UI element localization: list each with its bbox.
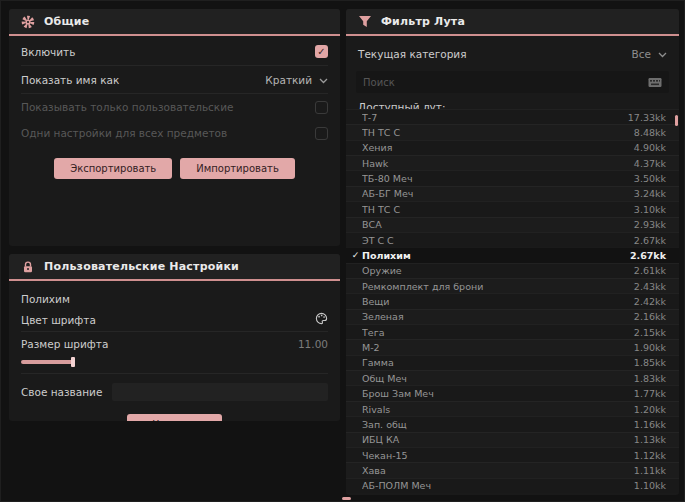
custom-name-row: Свое название bbox=[21, 380, 328, 404]
custom-name-input[interactable] bbox=[112, 383, 328, 401]
enable-checkbox[interactable]: ✓ bbox=[315, 45, 328, 58]
loot-item-value: 2.16kk bbox=[634, 311, 666, 322]
name-format-select[interactable]: Краткий bbox=[265, 74, 328, 86]
loot-item-value: 1.11kk bbox=[634, 465, 666, 476]
loot-item-name: Полихим bbox=[362, 250, 622, 261]
general-panel-header: Общие bbox=[9, 9, 340, 36]
search-input[interactable] bbox=[363, 77, 648, 88]
loot-item-value: 2.67kk bbox=[630, 250, 666, 261]
loot-item-name: Т-7 bbox=[362, 112, 620, 123]
loot-list-item[interactable]: ✓ Брош Зам Меч 1.77kk bbox=[346, 385, 679, 400]
loot-list: ✓ Т-7 17.33kk ✓ ТН ТС С 8.48kk ✓ Хения 4… bbox=[346, 109, 679, 493]
loot-list-item[interactable]: ✓ Чекан-15 1.12kk bbox=[346, 447, 679, 462]
loot-item-value: 3.24kk bbox=[634, 188, 666, 199]
loot-item-name: М-2 bbox=[362, 342, 626, 353]
loot-item-value: 2.43kk bbox=[634, 281, 666, 292]
loot-list-item[interactable]: ✓ ИБЦ КА 1.13kk bbox=[346, 432, 679, 447]
loot-item-name: Гамма bbox=[362, 357, 626, 368]
loot-item-name: ИБЦ КА bbox=[362, 434, 626, 445]
palette-icon[interactable] bbox=[315, 312, 328, 327]
loot-list-item[interactable]: ✓ Rivals 1.20kk bbox=[346, 401, 679, 416]
font-size-row: Размер шрифта 11.00 bbox=[21, 332, 328, 356]
loot-item-name: ТН ТС С bbox=[362, 204, 626, 215]
import-button[interactable]: Импортировать bbox=[180, 158, 295, 179]
loot-list-item[interactable]: ✓ Зап. общ 1.16kk bbox=[346, 416, 679, 431]
general-panel: Общие Включить ✓ Показать имя как Кратки… bbox=[9, 9, 340, 246]
slider-handle[interactable] bbox=[71, 357, 75, 367]
custom-name-label: Свое название bbox=[21, 386, 102, 398]
chevron-down-icon bbox=[319, 74, 328, 86]
font-color-label: Цвет шрифта bbox=[21, 314, 96, 326]
loot-filter-panel: Фильтр Лута Текущая категория Все Доступ… bbox=[346, 9, 679, 495]
same-settings-label: Одни настройки для всех предметов bbox=[21, 127, 227, 139]
loot-item-name: Тега bbox=[362, 327, 626, 338]
loot-item-name: ЭТ С С bbox=[362, 235, 626, 246]
loot-item-value: 3.50kk bbox=[634, 173, 666, 184]
loot-list-item[interactable]: ✓ ТН ТС С 8.48kk bbox=[346, 124, 679, 139]
same-settings-checkbox[interactable] bbox=[315, 127, 328, 140]
loot-item-name: Чекан-15 bbox=[362, 450, 626, 461]
keyboard-icon[interactable] bbox=[648, 73, 662, 92]
category-select[interactable]: Все bbox=[632, 48, 667, 60]
check-icon: ✓ bbox=[317, 47, 325, 57]
font-color-row: Цвет шрифта bbox=[21, 308, 328, 332]
loot-list-item[interactable]: ✓ Зеленая 2.16kk bbox=[346, 309, 679, 324]
loot-item-value: 4.37kk bbox=[634, 158, 666, 169]
loot-list-item[interactable]: ✓ Общ Меч 1.83kk bbox=[346, 370, 679, 385]
lock-icon bbox=[21, 260, 35, 274]
loot-list-item[interactable]: ✓ Полихим 2.67kk bbox=[346, 247, 679, 262]
loot-list-item[interactable]: ✓ Т-7 17.33kk bbox=[346, 109, 679, 124]
loot-list-item[interactable]: ✓ Оружие 2.61kk bbox=[346, 263, 679, 278]
font-size-slider[interactable] bbox=[21, 356, 328, 374]
loot-item-value: 1.12kk bbox=[634, 450, 666, 461]
font-size-value: 11.00 bbox=[298, 338, 328, 350]
loot-item-value: 2.61kk bbox=[634, 265, 666, 276]
loot-item-value: 2.42kk bbox=[634, 296, 666, 307]
loot-item-name: Ремкомплект для брони bbox=[362, 281, 626, 292]
loot-filter-panel-title: Фильтр Лута bbox=[381, 15, 465, 28]
loot-list-item[interactable]: ✓ ВСА 2.93kk bbox=[346, 217, 679, 232]
same-settings-row: Одни настройки для всех предметов bbox=[21, 120, 328, 146]
window-scrollbar-thumb[interactable] bbox=[342, 497, 351, 500]
loot-list-item[interactable]: ✓ Вещи 2.42kk bbox=[346, 293, 679, 308]
export-button[interactable]: Экспортировать bbox=[54, 158, 172, 179]
delete-button[interactable]: Удалить bbox=[127, 414, 223, 421]
loot-item-value: 1.77kk bbox=[634, 388, 666, 399]
loot-item-name: Hawk bbox=[362, 158, 626, 169]
loot-item-name: ВСА bbox=[362, 219, 626, 230]
enable-row: Включить ✓ bbox=[21, 38, 328, 66]
gear-icon bbox=[21, 15, 35, 29]
loot-item-value: 1.90kk bbox=[634, 342, 666, 353]
loot-item-name: Хения bbox=[362, 142, 626, 153]
loot-list-item[interactable]: ✓ ЭТ С С 2.67kk bbox=[346, 232, 679, 247]
show-name-row: Показать имя как Краткий bbox=[21, 66, 328, 94]
category-row: Текущая категория Все bbox=[358, 41, 667, 67]
mod-settings-window: Общие Включить ✓ Показать имя как Кратки… bbox=[0, 0, 685, 502]
loot-list-item[interactable]: ✓ ТН ТС С 3.10kk bbox=[346, 201, 679, 216]
loot-item-value: 1.16kk bbox=[634, 419, 666, 430]
loot-list-item[interactable]: ✓ Хава 1.11kk bbox=[346, 462, 679, 477]
loot-list-item[interactable]: ✓ М-2 1.90kk bbox=[346, 339, 679, 354]
loot-item-name: Зап. общ bbox=[362, 419, 626, 430]
selected-item-name: Полихим bbox=[21, 293, 328, 305]
loot-item-name: АБ-ПОЛМ Меч bbox=[362, 480, 626, 491]
loot-list-item[interactable]: ✓ АБ-БГ Меч 3.24kk bbox=[346, 186, 679, 201]
only-custom-row: Показывать только пользовательские bbox=[21, 94, 328, 120]
check-icon: ✓ bbox=[350, 250, 361, 260]
loot-list-item[interactable]: ✓ Тега 2.15kk bbox=[346, 324, 679, 339]
font-size-label: Размер шрифта bbox=[21, 338, 108, 350]
loot-list-item[interactable]: ✓ Hawk 4.37kk bbox=[346, 155, 679, 170]
loot-item-value: 2.15kk bbox=[634, 327, 666, 338]
loot-item-name: АБ-БГ Меч bbox=[362, 188, 626, 199]
loot-list-item[interactable]: ✓ АБ-ПОЛМ Меч 1.10kk bbox=[346, 478, 679, 493]
loot-list-item[interactable]: ✓ Ремкомплект для брони 2.43kk bbox=[346, 278, 679, 293]
loot-item-name: Вещи bbox=[362, 296, 626, 307]
only-custom-checkbox[interactable] bbox=[315, 101, 328, 114]
loot-list-item[interactable]: ✓ ТБ-80 Меч 3.50kk bbox=[346, 170, 679, 185]
loot-list-item[interactable]: ✓ Гамма 1.85kk bbox=[346, 355, 679, 370]
funnel-icon bbox=[358, 15, 372, 29]
loot-list-scrollbar-thumb[interactable] bbox=[675, 115, 678, 126]
loot-filter-panel-header: Фильтр Лута bbox=[346, 9, 679, 36]
slider-track[interactable] bbox=[21, 360, 75, 364]
loot-list-item[interactable]: ✓ Хения 4.90kk bbox=[346, 140, 679, 155]
